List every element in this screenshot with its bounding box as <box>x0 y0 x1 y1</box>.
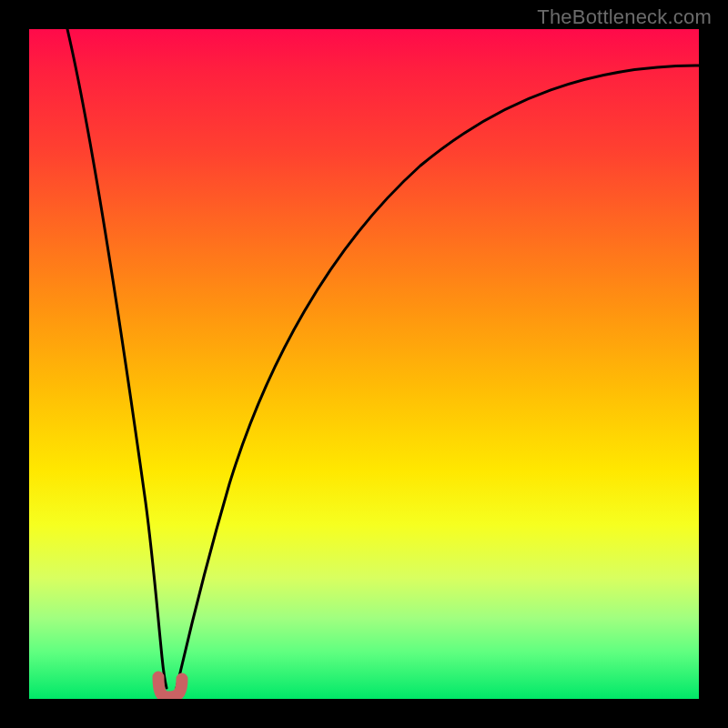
bottleneck-curve <box>29 29 699 699</box>
plot-area <box>29 29 699 699</box>
watermark-text: TheBottleneck.com <box>537 5 712 29</box>
optimum-indicator-icon <box>158 677 182 697</box>
curve-left-branch <box>67 29 167 688</box>
curve-right-branch <box>177 66 699 688</box>
outer-black-frame: TheBottleneck.com <box>0 0 728 728</box>
